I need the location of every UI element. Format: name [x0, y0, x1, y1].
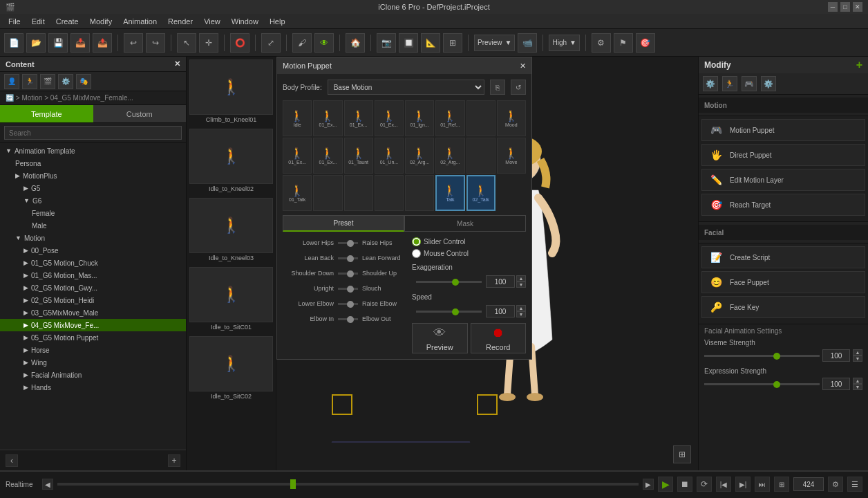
tree-item-wing[interactable]: ▶ Wing [0, 356, 186, 369]
toolbar-save[interactable]: 💾 [48, 33, 68, 53]
tree-item-facial[interactable]: ▶ Facial Animation [0, 369, 186, 381]
tree-item-02g5heidi[interactable]: ▶ 02_G5 Motion_Heidi [0, 294, 186, 306]
slider-shoulder-track-container[interactable] [338, 268, 358, 279]
tree-item-animation-template[interactable]: ▼ Animation Template [0, 145, 186, 157]
toolbar-new[interactable]: 📄 [4, 33, 23, 53]
content-tab-anim[interactable]: 🎬 [40, 74, 55, 89]
tree-item-00pose[interactable]: ▶ 00_Pose [0, 244, 186, 257]
viseme-up[interactable]: ▲ [853, 349, 862, 356]
speed-input[interactable]: 100 [486, 305, 515, 317]
toolbar-move[interactable]: ✛ [199, 33, 218, 53]
tab-template[interactable]: Template [0, 105, 93, 122]
expression-input[interactable]: 100 [822, 378, 850, 390]
slider-lean-track-container[interactable] [338, 252, 358, 264]
quality-dropdown[interactable]: High ▼ [549, 35, 579, 51]
slider-elbow-track-container[interactable] [338, 298, 358, 309]
toolbar-target[interactable]: 🎯 [636, 33, 655, 53]
content-tab-person[interactable]: 👤 [4, 74, 19, 89]
tab-custom[interactable]: Custom [93, 105, 187, 122]
thumb-idle-to-kneel02[interactable]: 🚶 Idle_to_Kneel03 [189, 198, 273, 261]
thumb-idle-to-sitc01[interactable]: 🚶 Idle_to_SitC01 [189, 267, 273, 331]
motion-cell-idle[interactable]: 🚶 Idle [283, 100, 312, 136]
motion-cell-01un[interactable]: 🚶 01_Un... [375, 138, 404, 174]
toolbar-cam3[interactable]: 📐 [421, 33, 440, 53]
motion-cell-02arg1[interactable]: 🚶 02_Arg... [405, 138, 434, 174]
minimize-button[interactable]: ─ [828, 2, 838, 12]
motion-cell-move[interactable]: 🚶 Move [497, 138, 526, 174]
timeline-mode-btn[interactable]: ⊞ [774, 477, 789, 492]
tree-item-04g5female[interactable]: ▶ 04_G5 MixMove_Fe... [0, 319, 186, 331]
motion-cell-02arg2[interactable]: 🚶 02_Arg... [435, 138, 464, 174]
tree-item-05g5puppet[interactable]: ▶ 05_G5 Motion Puppet [0, 331, 186, 344]
menu-edit[interactable]: Edit [26, 16, 50, 27]
toolbar-paint[interactable]: 🖌 [292, 33, 312, 53]
rp-tab-puppet[interactable]: 🎮 [742, 76, 757, 91]
nav-left-button[interactable]: ‹ [6, 454, 18, 467]
mp-refresh-button[interactable]: ↺ [511, 80, 526, 95]
stop-button[interactable]: ⏹ [677, 477, 692, 492]
preview-dropdown[interactable]: Preview ▼ [474, 35, 515, 51]
end-button[interactable]: ⏭ [755, 477, 770, 492]
tree-item-horse[interactable]: ▶ Horse [0, 344, 186, 356]
toolbar-redo[interactable]: ↪ [146, 33, 165, 53]
mp-body-profile-select[interactable]: Base Motion [328, 80, 484, 95]
timeline-track[interactable] [57, 483, 639, 486]
menu-create[interactable]: Create [50, 16, 84, 27]
radio-mouse-input[interactable] [412, 249, 421, 258]
speed-down[interactable]: ▼ [516, 311, 526, 317]
motion-cell-01ref[interactable]: 🚶 01_Ref... [435, 100, 464, 136]
menu-help[interactable]: Help [264, 16, 291, 27]
toolbar-rotate[interactable]: ⭕ [230, 33, 249, 53]
title-bar-controls[interactable]: ─ □ ✕ [828, 2, 862, 12]
tree-item-persona[interactable]: Persona [0, 157, 186, 169]
toolbar-select[interactable]: ↖ [177, 33, 196, 53]
timeline-left-arrow[interactable]: ◀ [42, 479, 53, 490]
menu-animation[interactable]: Animation [117, 16, 162, 27]
tree-item-02g5gwy[interactable]: ▶ 02_G5 Motion_Gwy... [0, 282, 186, 294]
tree-item-male[interactable]: Male [0, 219, 186, 232]
viewport[interactable]: FPS: 00.00 [276, 57, 698, 470]
rp-tab-settings[interactable]: ⚙️ [761, 76, 776, 91]
rp-direct-puppet-button[interactable]: 🖐 Direct Puppet [701, 144, 865, 166]
timeline-options-button[interactable]: ☰ [847, 477, 862, 492]
thumb-idle-to-kneel01[interactable]: 🚶 Idle_to_Kneel02 [189, 129, 273, 192]
toolbar-scale[interactable]: ⤢ [261, 33, 281, 53]
motion-cell-01taunt[interactable]: 🚶 01_Taunt [344, 138, 373, 174]
toolbar-cam4[interactable]: ⊞ [443, 33, 462, 53]
thumb-climb-to-kneel01[interactable]: 🚶 Climb_to_Kneel01 [189, 59, 273, 123]
exaggeration-down[interactable]: ▼ [516, 282, 526, 288]
exaggeration-input[interactable]: 100 [486, 275, 515, 288]
speed-track[interactable] [416, 311, 482, 313]
toolbar-cam1[interactable]: 📷 [377, 33, 396, 53]
play-button[interactable]: ▶ [658, 477, 673, 492]
loop-button[interactable]: ⟳ [697, 477, 712, 492]
expression-up[interactable]: ▲ [853, 378, 862, 384]
timeline-settings-button[interactable]: ⚙ [828, 477, 843, 492]
rp-face-key-button[interactable]: 🔑 Face Key [701, 296, 865, 318]
mp-dialog-header[interactable]: Motion Puppet ✕ [277, 57, 531, 74]
motion-cell-01ign[interactable]: 🚶 01_Ign... [405, 100, 434, 136]
maximize-button[interactable]: □ [840, 2, 850, 12]
motion-cell-01ex1[interactable]: 🚶 01_Ex... [313, 100, 342, 136]
toolbar-undo[interactable]: ↩ [124, 33, 143, 53]
rp-tab-motion[interactable]: ⚙️ [703, 76, 718, 91]
rp-create-script-button[interactable]: 📝 Create Script [701, 246, 865, 268]
motion-cell-mood-01ex1[interactable]: 🚶 01_Ex... [283, 138, 312, 174]
slider-upright-track-container[interactable] [338, 283, 358, 294]
exaggeration-up[interactable]: ▲ [516, 275, 526, 282]
slider-hips-track-container[interactable] [338, 237, 358, 248]
screen-mode-button[interactable]: ⊞ [673, 445, 691, 463]
toolbar-camera-icon[interactable]: 📹 [518, 33, 537, 53]
next-frame-button[interactable]: ▶| [735, 477, 751, 492]
thumb-idle-to-sitc02[interactable]: 🚶 Idle_to_SitC02 [189, 336, 273, 400]
tree-item-motion[interactable]: ▼ Motion [0, 232, 186, 244]
tree-item-g5[interactable]: ▶ G5 [0, 182, 186, 194]
content-tab-motion[interactable]: 🏃 [22, 74, 37, 89]
preview-button[interactable]: 👁 Preview [412, 323, 468, 353]
motion-cell-talk[interactable]: 🚶 Talk [435, 175, 464, 211]
rp-edit-motion-button[interactable]: ✏️ Edit Motion Layer [701, 169, 865, 191]
tree-item-hands[interactable]: ▶ Hands [0, 381, 186, 394]
motion-cell-mood[interactable]: 🚶 Mood [497, 100, 526, 136]
speed-up[interactable]: ▲ [516, 305, 526, 311]
rp-face-puppet-button[interactable]: 😊 Face Puppet [701, 271, 865, 293]
